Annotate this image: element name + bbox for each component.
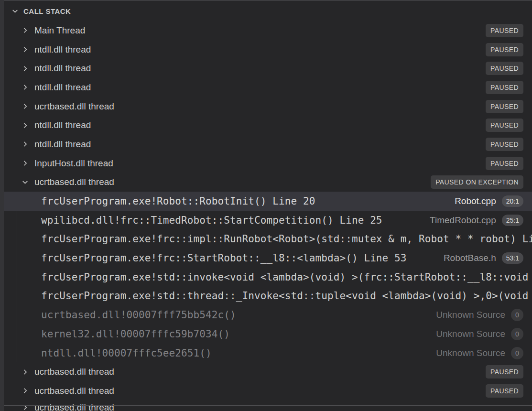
chevron-right-icon [21,159,29,167]
paused-badge: PAUSED [486,119,523,132]
frame-file-label: TimedRobot.cpp [430,215,496,226]
line-column-badge: 25:1 [502,215,523,226]
thread-label: ntdll.dll thread [34,82,91,93]
frame-file-label: Unknown Source [436,348,505,358]
thread-label: Main Thread [34,25,85,36]
frame-text: frcUserProgram.exe!Robot::RobotInit() Li… [41,195,315,207]
thread-row[interactable]: ucrtbased.dll thread PAUSED [4,381,532,400]
paused-badge: PAUSED [486,365,523,379]
chevron-right-icon [21,65,29,73]
chevron-right-icon [21,368,29,376]
indent-guide-line [17,192,17,362]
frame-text: frcUserProgram.exe!std::thread::_Invoke<… [41,290,528,302]
stack-frame-row[interactable]: frcUserProgram.exe!frc::impl::RunRobot<R… [4,230,532,249]
stack-frame-row[interactable]: frcUserProgram.exe!frc::StartRobot::__l8… [4,249,532,268]
frame-file-label: Unknown Source [436,310,505,320]
frame-file-label: RobotBase.h [444,253,496,263]
thread-row[interactable]: ntdll.dll thread PAUSED [4,78,532,97]
paused-badge: PAUSED [486,100,523,113]
frame-text: wpilibcd.dll!frc::TimedRobot::StartCompe… [41,215,382,226]
thread-label: ucrtbased.dll thread [34,101,114,112]
paused-badge: PAUSED [486,157,523,170]
thread-label: ntdll.dll thread [34,139,91,150]
thread-label: ntdll.dll thread [34,120,91,130]
thread-row[interactable]: ucrtbased.dll thread PAUSED [4,97,532,116]
line-column-badge: 53:1 [502,252,523,264]
thread-label: ucrtbased.dll thread [34,177,114,187]
line-column-badge: 0 [511,347,523,359]
paused-on-exception-badge: PAUSED ON EXCEPTION [431,175,523,189]
thread-row[interactable]: ntdll.dll thread PAUSED [4,116,532,135]
chevron-down-icon [21,178,29,186]
section-bottom-divider [4,405,532,406]
thread-row[interactable]: Main Thread PAUSED [4,21,532,40]
paused-badge: PAUSED [486,138,523,151]
stack-frame-row[interactable]: wpilibcd.dll!frc::TimedRobot::StartCompe… [4,211,532,230]
chevron-right-icon [21,403,29,411]
call-stack-panel: CALL STACK Main Thread PAUSED ntdll.dll … [0,0,532,411]
thread-row[interactable]: ntdll.dll thread PAUSED [4,40,532,59]
chevron-right-icon [21,45,29,54]
panel-left-border [0,0,4,411]
thread-label: ntdll.dll thread [34,44,91,55]
paused-badge: PAUSED [486,43,523,56]
frame-text: frcUserProgram.exe!frc::StartRobot::__l8… [41,252,407,264]
frame-text: ntdll.dll!00007fffc5ee2651() [41,347,212,359]
thread-label: ntdll.dll thread [34,63,91,74]
chevron-right-icon [21,83,29,91]
paused-badge: PAUSED [486,24,523,37]
stack-frame-row-external[interactable]: ntdll.dll!00007fffc5ee2651() Unknown Sou… [4,344,532,363]
frame-text: frcUserProgram.exe!std::invoke<void <lam… [41,271,528,283]
chevron-right-icon [21,140,29,148]
call-stack-list: Main Thread PAUSED ntdll.dll thread PAUS… [4,21,532,411]
thread-row[interactable]: ntdll.dll thread PAUSED [4,135,532,154]
thread-row[interactable]: ucrtbased.dll thread PAUSED [4,362,532,381]
stack-frame-row-external[interactable]: ucrtbased.dll!00007fff75bb542c() Unknown… [4,305,532,324]
paused-badge: PAUSED [486,62,523,75]
stack-frame-row[interactable]: frcUserProgram.exe!Robot::RobotInit() Li… [4,192,532,211]
stack-frame-row[interactable]: frcUserProgram.exe!std::thread::_Invoke<… [4,287,532,306]
frame-text: ucrtbased.dll!00007fff75bb542c() [41,309,236,321]
frame-text: frcUserProgram.exe!frc::impl::RunRobot<R… [41,233,532,245]
thread-row[interactable]: InputHost.dll thread PAUSED [4,154,532,173]
thread-row[interactable]: ntdll.dll thread PAUSED [4,59,532,78]
frame-file-label: Unknown Source [436,329,505,339]
stack-frame-row[interactable]: frcUserProgram.exe!std::invoke<void <lam… [4,268,532,287]
stack-frame-row-external[interactable]: kernel32.dll!00007fffc59b7034() Unknown … [4,324,532,344]
chevron-right-icon [21,26,29,34]
call-stack-section-header[interactable]: CALL STACK [4,1,532,21]
chevron-down-icon [11,7,19,15]
thread-label: ucrtbased.dll thread [34,386,114,396]
line-column-badge: 20:1 [502,195,523,207]
chevron-right-icon [21,102,29,110]
chevron-right-icon [21,121,29,130]
thread-label: InputHost.dll thread [34,158,113,169]
thread-row-expanded[interactable]: ucrtbased.dll thread PAUSED ON EXCEPTION [4,173,532,192]
paused-badge: PAUSED [486,384,523,398]
frame-text: kernel32.dll!00007fffc59b7034() [41,328,230,340]
frame-file-label: Robot.cpp [455,196,496,206]
line-column-badge: 0 [511,328,523,340]
thread-label: ucrtbased.dll thread [34,402,114,411]
paused-badge: PAUSED [486,81,523,94]
line-column-badge: 0 [511,309,523,321]
chevron-right-icon [21,387,29,395]
section-title: CALL STACK [23,7,71,15]
thread-label: ucrtbased.dll thread [34,367,114,377]
